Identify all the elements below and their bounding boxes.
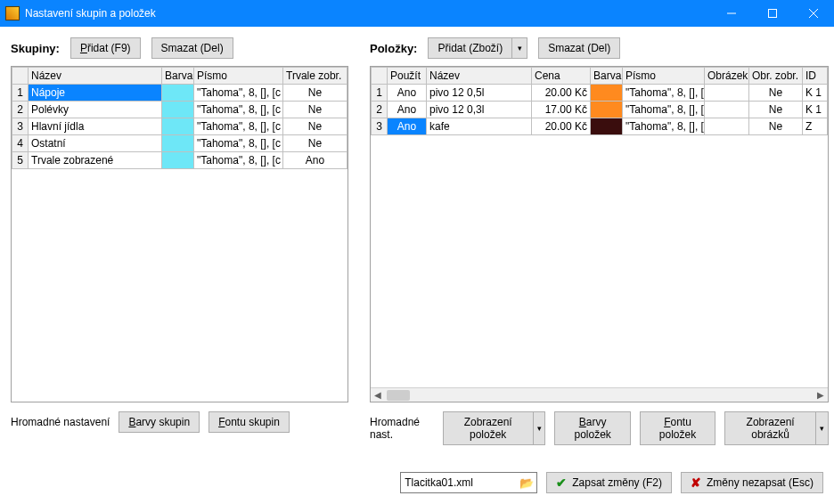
chevron-down-icon[interactable]: ▾ <box>533 411 546 445</box>
group-name-cell[interactable]: Trvale zobrazené <box>29 152 162 169</box>
items-col-name[interactable]: Název <box>427 68 532 85</box>
table-row[interactable]: 3Anokafe20.00 Kč"Tahoma", 8, [], [cNeZ <box>372 118 828 135</box>
scroll-thumb[interactable] <box>387 390 410 401</box>
save-button[interactable]: ✔ Zapsat změny (F2) <box>546 472 672 493</box>
group-name-cell[interactable]: Hlavní jídla <box>29 118 162 135</box>
groups-col-name[interactable]: Název <box>29 68 162 85</box>
item-delete-button[interactable]: Smazat (Del) <box>538 37 620 59</box>
items-colors-button[interactable]: Barvy položek <box>554 411 630 445</box>
file-path-input[interactable] <box>401 475 517 491</box>
groups-col-font[interactable]: Písmo <box>194 68 283 85</box>
items-display-button[interactable]: Zobrazení položek <box>443 411 533 445</box>
table-row[interactable]: 1Anopivo 12 0,5l20.00 Kč"Tahoma", 8, [],… <box>372 85 828 102</box>
items-font-button[interactable]: Fontu položek <box>640 411 715 445</box>
item-price-cell[interactable]: 20.00 Kč <box>532 118 591 135</box>
item-id-cell[interactable]: K 1 <box>803 102 828 118</box>
items-h-scrollbar[interactable]: ◀ ▶ <box>371 387 828 402</box>
maximize-button[interactable] <box>752 0 793 27</box>
items-display-splitbutton[interactable]: Zobrazení položek ▾ <box>443 411 546 445</box>
item-color-cell[interactable] <box>591 118 623 135</box>
items-col-id[interactable]: ID <box>803 68 828 85</box>
group-name-cell[interactable]: Polévky <box>29 102 162 118</box>
table-row[interactable]: 2Anopivo 12 0,3l17.00 Kč"Tahoma", 8, [],… <box>372 102 828 118</box>
row-header: 3 <box>372 118 388 135</box>
items-col-color[interactable]: Barva <box>591 68 623 85</box>
group-color-cell[interactable] <box>162 135 194 152</box>
group-delete-button[interactable]: Smazat (Del) <box>151 37 233 59</box>
scroll-left-icon[interactable]: ◀ <box>371 390 385 400</box>
item-font-cell[interactable]: "Tahoma", 8, [], [c <box>623 102 705 118</box>
file-path-box[interactable]: 📂 <box>400 472 537 493</box>
group-font-cell[interactable]: "Tahoma", 8, [], [c <box>194 152 283 169</box>
table-row[interactable]: 3Hlavní jídla"Tahoma", 8, [], [cNe <box>12 118 348 135</box>
chevron-down-icon[interactable]: ▾ <box>815 411 829 445</box>
table-row[interactable]: 4Ostatní"Tahoma", 8, [], [cNe <box>12 135 348 152</box>
item-font-cell[interactable]: "Tahoma", 8, [], [c <box>623 85 705 102</box>
items-bulk-row: Hromadné nast. Zobrazení položek ▾ Barvy… <box>370 411 829 445</box>
scroll-right-icon[interactable]: ▶ <box>814 390 828 400</box>
minimize-button[interactable] <box>711 0 752 27</box>
groups-bulk-row: Hromadné nastavení Barvy skupin Fontu sk… <box>11 411 348 433</box>
chevron-down-icon[interactable]: ▾ <box>511 37 527 59</box>
check-icon: ✔ <box>556 476 567 490</box>
group-color-cell[interactable] <box>162 118 194 135</box>
group-perm-cell[interactable]: Ne <box>283 102 348 118</box>
group-perm-cell[interactable]: Ne <box>283 135 348 152</box>
groups-col-perm[interactable]: Trvale zobr. <box>283 68 348 85</box>
groups-font-button[interactable]: Fontu skupin <box>208 411 290 433</box>
items-images-button[interactable]: Zobrazení obrázků <box>724 411 815 445</box>
group-font-cell[interactable]: "Tahoma", 8, [], [c <box>194 102 283 118</box>
item-add-splitbutton[interactable]: Přidat (Zboží) ▾ <box>428 37 527 59</box>
group-add-button[interactable]: Přidat (F9) <box>70 37 141 59</box>
item-name-cell[interactable]: pivo 12 0,3l <box>427 102 532 118</box>
items-images-splitbutton[interactable]: Zobrazení obrázků ▾ <box>724 411 829 445</box>
items-col-image[interactable]: Obrázek <box>705 68 749 85</box>
group-perm-cell[interactable]: Ne <box>283 85 348 102</box>
close-button[interactable] <box>793 0 834 27</box>
item-imgshow-cell[interactable]: Ne <box>749 102 803 118</box>
table-row[interactable]: 5Trvale zobrazené"Tahoma", 8, [], [cAno <box>12 152 348 169</box>
item-name-cell[interactable]: kafe <box>427 118 532 135</box>
group-color-cell[interactable] <box>162 85 194 102</box>
items-col-font[interactable]: Písmo <box>623 68 705 85</box>
item-imgshow-cell[interactable]: Ne <box>749 85 803 102</box>
item-use-cell[interactable]: Ano <box>388 85 427 102</box>
items-col-price[interactable]: Cena <box>532 68 591 85</box>
group-perm-cell[interactable]: Ne <box>283 118 348 135</box>
item-id-cell[interactable]: K 1 <box>803 85 828 102</box>
table-row[interactable]: 2Polévky"Tahoma", 8, [], [cNe <box>12 102 348 118</box>
items-col-use[interactable]: Použít <box>388 68 427 85</box>
cancel-button[interactable]: ✘ Změny nezapsat (Esc) <box>681 472 823 493</box>
item-use-cell[interactable]: Ano <box>388 102 427 118</box>
group-perm-cell[interactable]: Ano <box>283 152 348 169</box>
groups-col-color[interactable]: Barva <box>162 68 194 85</box>
groups-grid[interactable]: Název Barva Písmo Trvale zobr. 1Nápoje"T… <box>11 66 348 402</box>
item-add-button[interactable]: Přidat (Zboží) <box>428 37 511 59</box>
item-image-cell[interactable] <box>705 102 749 118</box>
group-name-cell[interactable]: Nápoje <box>29 85 162 102</box>
item-use-cell[interactable]: Ano <box>388 118 427 135</box>
item-color-cell[interactable] <box>591 102 623 118</box>
item-price-cell[interactable]: 20.00 Kč <box>532 85 591 102</box>
item-color-cell[interactable] <box>591 85 623 102</box>
group-name-cell[interactable]: Ostatní <box>29 135 162 152</box>
item-image-cell[interactable] <box>705 85 749 102</box>
scroll-track[interactable] <box>385 388 814 402</box>
items-grid[interactable]: Použít Název Cena Barva Písmo Obrázek Ob… <box>370 66 829 402</box>
item-font-cell[interactable]: "Tahoma", 8, [], [c <box>623 118 705 135</box>
item-image-cell[interactable] <box>705 118 749 135</box>
group-font-cell[interactable]: "Tahoma", 8, [], [c <box>194 135 283 152</box>
items-col-imgsh[interactable]: Obr. zobr. <box>749 68 803 85</box>
group-font-cell[interactable]: "Tahoma", 8, [], [c <box>194 85 283 102</box>
item-price-cell[interactable]: 17.00 Kč <box>532 102 591 118</box>
folder-open-icon[interactable]: 📂 <box>517 473 536 492</box>
item-name-cell[interactable]: pivo 12 0,5l <box>427 85 532 102</box>
row-header: 1 <box>12 85 29 102</box>
table-row[interactable]: 1Nápoje"Tahoma", 8, [], [cNe <box>12 85 348 102</box>
group-color-cell[interactable] <box>162 152 194 169</box>
group-font-cell[interactable]: "Tahoma", 8, [], [c <box>194 118 283 135</box>
groups-colors-button[interactable]: Barvy skupin <box>119 411 200 433</box>
item-imgshow-cell[interactable]: Ne <box>749 118 803 135</box>
group-color-cell[interactable] <box>162 102 194 118</box>
item-id-cell[interactable]: Z <box>803 118 828 135</box>
